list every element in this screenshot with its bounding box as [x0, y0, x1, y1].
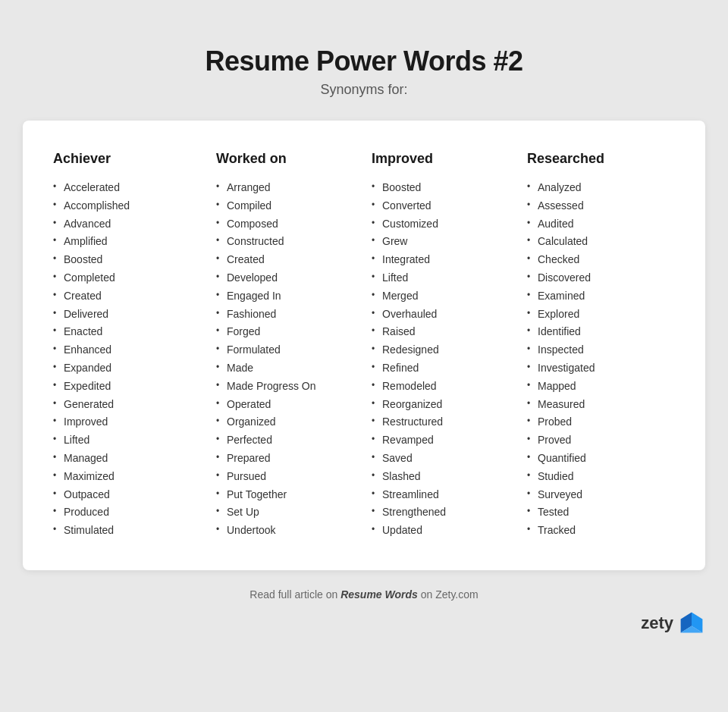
- list-item: Audited: [527, 215, 667, 234]
- zety-logo-icon: [678, 610, 705, 637]
- list-item: Composed: [216, 215, 356, 234]
- list-item: Maximized: [53, 468, 201, 486]
- list-item: Developed: [216, 269, 356, 287]
- list-item: Pursued: [216, 468, 356, 486]
- list-item: Identified: [527, 323, 667, 341]
- list-item: Grew: [372, 233, 512, 251]
- list-item: Delivered: [53, 306, 201, 324]
- list-item: Calculated: [527, 233, 667, 251]
- list-item: Merged: [372, 287, 512, 306]
- list-item: Boosted: [53, 251, 201, 269]
- column-improved: Improved Boosted Converted Customized Gr…: [364, 151, 519, 540]
- list-item: Produced: [53, 503, 201, 522]
- list-item: Amplified: [53, 233, 201, 251]
- list-item: Tracked: [527, 522, 667, 540]
- zety-logo-text: zety: [641, 613, 673, 633]
- list-item: Revamped: [372, 431, 512, 450]
- list-item: Mapped: [527, 378, 667, 396]
- list-item: Strengthened: [372, 503, 512, 522]
- list-item: Formulated: [216, 341, 356, 359]
- column-header-achiever: Achiever: [53, 151, 201, 167]
- list-item: Measured: [527, 396, 667, 414]
- list-item: Outpaced: [53, 486, 201, 504]
- list-item: Examined: [527, 287, 667, 306]
- list-item: Created: [53, 287, 201, 306]
- list-item: Lifted: [372, 269, 512, 287]
- list-item: Stimulated: [53, 522, 201, 540]
- column-achiever: Achiever Accelerated Accomplished Advanc…: [53, 151, 209, 540]
- list-item: Constructed: [216, 233, 356, 251]
- list-item: Overhauled: [372, 306, 512, 324]
- list-item: Refined: [372, 359, 512, 378]
- list-item: Raised: [372, 323, 512, 341]
- list-item: Studied: [527, 468, 667, 486]
- list-item: Checked: [527, 251, 667, 269]
- list-item: Accomplished: [53, 197, 201, 215]
- list-item: Prepared: [216, 450, 356, 468]
- list-item: Converted: [372, 197, 512, 215]
- list-item: Improved: [53, 413, 201, 431]
- list-item: Put Together: [216, 486, 356, 504]
- column-header-worked-on: Worked on: [216, 151, 356, 167]
- column-researched: Researched Analyzed Assessed Audited Cal…: [519, 151, 675, 540]
- list-item: Explored: [527, 306, 667, 324]
- columns-grid: Achiever Accelerated Accomplished Advanc…: [53, 151, 675, 540]
- list-item: Redesigned: [372, 341, 512, 359]
- list-item: Surveyed: [527, 486, 667, 504]
- footer-text: Read full article on Resume Words on Zet…: [249, 588, 478, 601]
- list-item: Undertook: [216, 522, 356, 540]
- list-item: Operated: [216, 396, 356, 414]
- list-item: Advanced: [53, 215, 201, 234]
- list-item: Inspected: [527, 341, 667, 359]
- list-item: Discovered: [527, 269, 667, 287]
- zety-logo: zety: [23, 610, 705, 637]
- list-item: Fashioned: [216, 306, 356, 324]
- word-list-researched: Analyzed Assessed Audited Calculated Che…: [527, 179, 667, 540]
- list-item: Integrated: [372, 251, 512, 269]
- list-item: Saved: [372, 450, 512, 468]
- list-item: Expedited: [53, 378, 201, 396]
- column-header-improved: Improved: [372, 151, 512, 167]
- word-list-worked-on: Arranged Compiled Composed Constructed C…: [216, 179, 356, 540]
- list-item: Perfected: [216, 431, 356, 450]
- list-item: Managed: [53, 450, 201, 468]
- footer-suffix: on Zety.com: [418, 588, 479, 601]
- list-item: Quantified: [527, 450, 667, 468]
- list-item: Expanded: [53, 359, 201, 378]
- list-item: Streamlined: [372, 486, 512, 504]
- page-wrapper: Resume Power Words #2 Synonyms for: Achi…: [8, 15, 720, 712]
- list-item: Completed: [53, 269, 201, 287]
- list-item: Enacted: [53, 323, 201, 341]
- list-item: Generated: [53, 396, 201, 414]
- list-item: Reorganized: [372, 396, 512, 414]
- list-item: Lifted: [53, 431, 201, 450]
- list-item: Forged: [216, 323, 356, 341]
- column-header-researched: Researched: [527, 151, 667, 167]
- list-item: Accelerated: [53, 179, 201, 197]
- list-item: Remodeled: [372, 378, 512, 396]
- list-item: Set Up: [216, 503, 356, 522]
- list-item: Engaged In: [216, 287, 356, 306]
- list-item: Arranged: [216, 179, 356, 197]
- footer-prefix: Read full article on: [249, 588, 340, 601]
- list-item: Organized: [216, 413, 356, 431]
- list-item: Slashed: [372, 468, 512, 486]
- list-item: Investigated: [527, 359, 667, 378]
- footer-link-text: Resume Words: [340, 588, 418, 601]
- list-item: Customized: [372, 215, 512, 234]
- word-list-improved: Boosted Converted Customized Grew Integr…: [372, 179, 512, 540]
- list-item: Created: [216, 251, 356, 269]
- list-item: Proved: [527, 431, 667, 450]
- page-subtitle: Synonyms for:: [320, 82, 407, 98]
- list-item: Boosted: [372, 179, 512, 197]
- list-item: Analyzed: [527, 179, 667, 197]
- page-title: Resume Power Words #2: [206, 45, 523, 77]
- list-item: Updated: [372, 522, 512, 540]
- list-item: Restructured: [372, 413, 512, 431]
- list-item: Made Progress On: [216, 378, 356, 396]
- word-list-achiever: Accelerated Accomplished Advanced Amplif…: [53, 179, 201, 540]
- list-item: Enhanced: [53, 341, 201, 359]
- list-item: Assessed: [527, 197, 667, 215]
- list-item: Tested: [527, 503, 667, 522]
- content-card: Achiever Accelerated Accomplished Advanc…: [23, 121, 705, 570]
